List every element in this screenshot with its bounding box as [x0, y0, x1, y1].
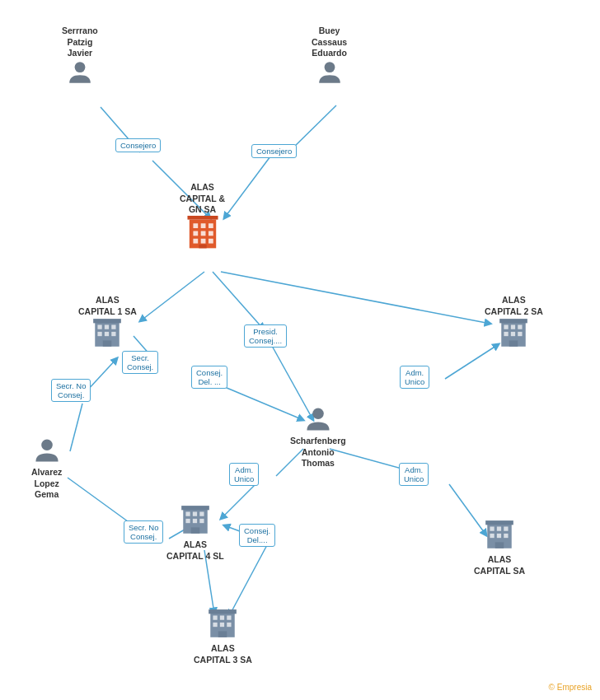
consej-del2-box: Consej.Del.... [239, 524, 275, 547]
adm-unico3-box: Adm.Unico [399, 463, 429, 486]
node-alas2: ALASCAPITAL 2 SA [485, 292, 543, 350]
node-alas-sa: ALASCAPITAL SA [474, 519, 525, 576]
node-alas4: ALASCAPITAL 4 SL [166, 504, 224, 562]
svg-rect-78 [220, 615, 224, 619]
label-secr-no-consej1: Secr. NoConsej. [51, 379, 91, 402]
svg-rect-33 [193, 239, 198, 244]
label-adm-unico2: Adm.Unico [229, 463, 259, 486]
svg-rect-83 [218, 631, 227, 637]
svg-rect-48 [504, 325, 509, 329]
svg-rect-49 [511, 325, 515, 329]
buey-label: BueyCassausEduardo [312, 26, 347, 59]
label-secr-consej1: Secr.Consej. [122, 351, 158, 374]
svg-rect-27 [193, 223, 198, 228]
svg-rect-77 [213, 615, 218, 619]
alas2-label: ALASCAPITAL 2 SA [485, 295, 543, 317]
alas-sa-label: ALASCAPITAL SA [474, 554, 525, 576]
node-alas3: ALASCAPITAL 3 SA [194, 608, 252, 665]
svg-rect-81 [220, 623, 224, 627]
node-alas1: ALASCAPITAL 1 SA [78, 292, 137, 350]
svg-rect-29 [208, 223, 213, 228]
svg-rect-36 [199, 245, 206, 249]
node-alas-gn: ALASCAPITAL &GN SA [180, 180, 225, 252]
consej-del1-box: Consej.Del. ... [191, 366, 227, 389]
svg-rect-70 [504, 526, 508, 530]
svg-rect-84 [209, 609, 237, 614]
secr-no-consej2-box: Secr. NoConsej. [124, 520, 163, 544]
svg-rect-59 [185, 511, 190, 516]
alvarez-label: AlvarezLopezGema [31, 467, 62, 501]
svg-point-57 [41, 439, 53, 450]
svg-rect-65 [191, 527, 200, 533]
secr-no-consej1-box: Secr. NoConsej. [51, 379, 91, 402]
svg-rect-74 [495, 542, 504, 548]
svg-rect-37 [187, 216, 218, 220]
label-consejero2: Consejero [251, 144, 297, 158]
svg-line-15 [221, 484, 255, 519]
label-presid-consej: Presid.Consej.... [244, 324, 287, 348]
svg-rect-53 [518, 332, 523, 336]
svg-rect-31 [200, 231, 205, 236]
svg-rect-34 [200, 239, 205, 244]
alas1-label: ALASCAPITAL 1 SA [78, 295, 137, 317]
label-consej-del2: Consej.Del.... [239, 524, 275, 547]
svg-rect-68 [490, 526, 494, 530]
svg-rect-66 [181, 506, 209, 510]
copyright-brand: Empresia [557, 683, 592, 692]
svg-rect-45 [103, 341, 112, 347]
svg-rect-51 [504, 332, 509, 336]
svg-rect-62 [185, 519, 190, 523]
svg-rect-39 [98, 325, 102, 329]
consejero1-box: Consejero [115, 138, 161, 152]
node-serrrano: SerrranoPatzigJavier [62, 23, 98, 86]
svg-line-4 [140, 272, 204, 321]
svg-rect-30 [193, 231, 198, 236]
svg-rect-64 [199, 519, 204, 523]
svg-rect-52 [511, 332, 515, 336]
scharfenberg-label: ScharfenbergAntonioThomas [290, 436, 346, 469]
serrrano-label: SerrranoPatzigJavier [62, 26, 98, 59]
svg-rect-71 [490, 534, 494, 538]
label-consej-del1: Consej.Del. ... [191, 366, 227, 389]
diagram-container: SerrranoPatzigJavier BueyCassausEduardo … [0, 0, 600, 700]
label-adm-unico3: Adm.Unico [399, 463, 429, 486]
adm-unico2-box: Adm.Unico [229, 463, 259, 486]
consejero2-box: Consejero [251, 144, 297, 158]
svg-rect-28 [200, 223, 205, 228]
svg-rect-32 [208, 231, 213, 236]
svg-rect-63 [193, 519, 197, 523]
svg-rect-80 [213, 623, 218, 627]
node-buey: BueyCassausEduardo [312, 23, 347, 86]
svg-rect-73 [504, 534, 508, 538]
svg-rect-60 [193, 511, 197, 516]
presid-consej-box: Presid.Consej.... [244, 324, 287, 348]
alas4-label: ALASCAPITAL 4 SL [166, 539, 224, 562]
alas-gn-label: ALASCAPITAL &GN SA [180, 182, 225, 216]
svg-rect-55 [500, 319, 528, 323]
svg-rect-40 [105, 325, 109, 329]
svg-rect-46 [94, 319, 122, 323]
label-adm-unico1: Adm.Unico [400, 366, 429, 389]
svg-rect-61 [199, 511, 204, 516]
svg-rect-69 [497, 526, 501, 530]
svg-rect-79 [227, 615, 232, 619]
svg-line-5 [213, 272, 264, 329]
svg-point-25 [324, 62, 335, 72]
adm-unico1-box: Adm.Unico [400, 366, 429, 389]
svg-rect-44 [112, 332, 116, 336]
copyright: © Empresia [549, 683, 592, 692]
copyright-symbol: © [549, 683, 555, 692]
svg-rect-43 [105, 332, 109, 336]
svg-line-9 [87, 358, 117, 391]
svg-rect-50 [518, 325, 523, 329]
node-scharfenberg: ScharfenbergAntonioThomas [290, 405, 346, 469]
secr-consej1-box: Secr.Consej. [122, 351, 158, 374]
svg-rect-72 [497, 534, 501, 538]
svg-point-56 [312, 408, 324, 419]
svg-point-24 [74, 62, 85, 72]
svg-rect-54 [509, 341, 518, 347]
svg-line-6 [221, 272, 490, 324]
svg-rect-41 [112, 325, 116, 329]
label-secr-no-consej2: Secr. NoConsej. [124, 520, 163, 544]
svg-rect-75 [485, 520, 513, 525]
